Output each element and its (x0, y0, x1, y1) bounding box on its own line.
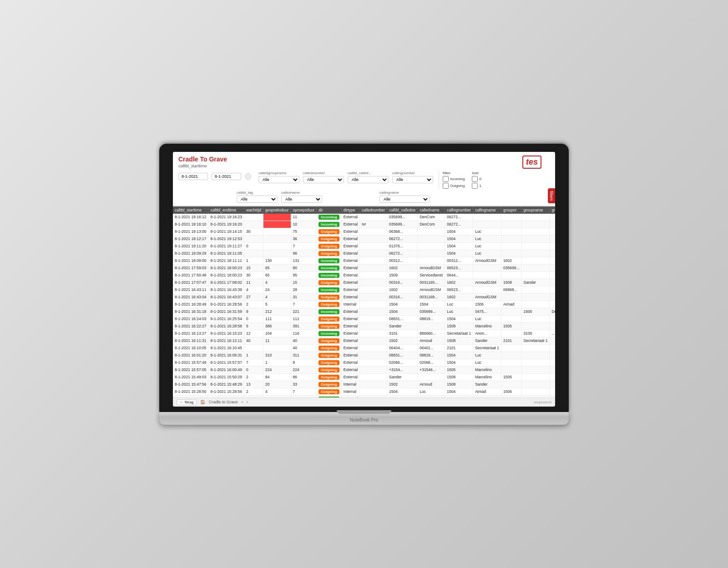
cell-dirtype: External (341, 330, 359, 337)
table-row[interactable]: 8-1-2021 16:31:18 8-1-2021 16:31:59 9 21… (173, 308, 555, 315)
table-container[interactable]: calltbl_starttime calltbl_endtime wachtt… (173, 206, 555, 397)
cell-groupnr (501, 330, 521, 337)
cell-callingname: Sander (473, 337, 501, 344)
outgoing-checkbox[interactable] (443, 183, 449, 189)
incoming-filter-label[interactable]: Incoming (443, 176, 465, 182)
cell-endtime: 8-1-2021 15:28:56 (208, 388, 244, 395)
dir-badge: Outgoing (318, 360, 339, 365)
cell-callingname: Luc (473, 235, 501, 242)
dir-badge: Outgoing (318, 389, 339, 394)
incoming-checkbox[interactable] (443, 176, 449, 182)
cell-starttime: 8-1-2021 15:28:50 (173, 388, 208, 395)
date-from-input[interactable] (178, 173, 208, 180)
table-row[interactable]: 8-1-2021 16:43:04 8-1-2021 16:43:07 27 4… (173, 293, 555, 301)
lost-0-checkbox[interactable] (472, 176, 478, 182)
cell-wacht (244, 214, 263, 221)
cell-wacht: 30 (244, 271, 263, 279)
cell-dirtype: External (341, 279, 359, 286)
col-callednum: callednumber (360, 206, 387, 214)
cell-callednum (360, 352, 387, 359)
app-container: Cradle To Grave calltbl_starttime tes (173, 152, 555, 407)
cell-endtime: 8-1-2021 16:28:56 (208, 301, 244, 308)
cell-starttime: 8-1-2021 15:49:03 (173, 373, 208, 381)
table-row[interactable]: 8-1-2021 15:47:56 8-1-2021 15:48:29 13 2… (173, 381, 555, 388)
col-callingnum: callingnumber (445, 206, 473, 214)
cell-calledname (418, 228, 445, 235)
cell-callingnum: 1504 (445, 250, 473, 257)
calltbl-called-select[interactable]: Alle (348, 176, 389, 183)
cell-groupnr (501, 366, 521, 373)
table-row[interactable]: 8-1-2021 19:12:17 8-1-2021 19:12:53 36 O… (173, 235, 555, 242)
cell-dir: Outgoing (317, 242, 342, 250)
laptop-wrapper: Cradle To Grave calltbl_starttime tes (159, 144, 569, 425)
dir-badge: Outgoing (318, 244, 339, 249)
table-row[interactable]: 8-1-2021 17:07:47 8-1-2021 17:08:02 11 4… (173, 279, 555, 286)
calledgroupname-select[interactable]: Alle (258, 176, 299, 183)
bottom-bar: ← Terug 🏠 Cradle to Grave ‹ › tespower/l… (173, 397, 555, 407)
cell-wacht: 0 (244, 242, 263, 250)
cell-gesprek: 4 (263, 293, 291, 301)
table-row[interactable]: 8-1-2021 16:28:49 8-1-2021 16:28:56 2 5 … (173, 301, 555, 308)
table-row[interactable]: 8-1-2021 16:24:03 8-1-2021 16:25:54 0 11… (173, 315, 555, 322)
table-row[interactable]: 8-1-2021 16:13:27 8-1-2021 16:15:23 12 1… (173, 330, 555, 337)
table-row[interactable]: 8-1-2021 17:50:48 8-1-2021 18:00:23 30 6… (173, 271, 555, 279)
cell-endtime: 8-1-2021 15:48:29 (208, 381, 244, 388)
outgoing-filter-label[interactable]: Outgoing (443, 183, 465, 189)
calltbl-tag-select[interactable]: Alle (237, 196, 278, 203)
table-row[interactable]: 8-1-2021 15:28:50 8-1-2021 15:28:56 2 4 … (173, 388, 555, 395)
cell-endtime: 8-1-2021 19:11:05 (208, 250, 244, 257)
table-row[interactable]: 8-1-2021 15:49:03 8-1-2021 15:50:29 2 84… (173, 373, 555, 381)
callingnumber-select[interactable]: Alle (392, 176, 433, 183)
cell-wacht: 2 (244, 373, 263, 381)
date-to-input[interactable] (212, 173, 241, 180)
table-row[interactable]: 8-1-2021 19:09:29 8-1-2021 19:11:05 96 O… (173, 250, 555, 257)
cell-callingnum: 1602 (445, 279, 473, 286)
cell-oproep: 7 (291, 242, 317, 250)
back-button[interactable]: ← Terug (177, 399, 197, 405)
table-row[interactable]: 8-1-2021 16:43:11 8-1-2021 16:43:39 4 24… (173, 286, 555, 293)
cell-grouptype (550, 315, 555, 322)
dir-badge: Outgoing (318, 280, 339, 285)
filter-calledumber: callednumber Alle (303, 171, 344, 183)
table-row[interactable]: 8-1-2021 16:11:31 8-1-2021 16:12:11 40 1… (173, 337, 555, 344)
table-row[interactable]: 8-1-2021 16:10:05 8-1-2021 16:10:45 40 O… (173, 344, 555, 352)
table-row[interactable]: 8-1-2021 15:57:49 8-1-2021 15:57:57 7 1 … (173, 359, 555, 366)
cell-calledne: 06272... (387, 250, 418, 257)
table-row[interactable]: 8-1-2021 19:11:20 8-1-2021 19:11:27 0 7 … (173, 242, 555, 250)
cell-dirtype: External (341, 293, 359, 301)
cell-dir: Outgoing (317, 228, 342, 235)
cell-groupname (521, 242, 550, 250)
date-toggle[interactable] (245, 173, 251, 180)
table-row[interactable]: 8-1-2021 15:57:05 8-1-2021 16:00:49 0 22… (173, 366, 555, 373)
table-row[interactable]: 8-1-2021 16:01:20 8-1-2021 16:06:31 1 31… (173, 352, 555, 359)
cell-calledname: +31546... (418, 366, 445, 373)
sidebar-tab[interactable]: filters (548, 188, 555, 204)
callingname-select[interactable]: Alle (379, 196, 430, 203)
cell-groupnr (501, 271, 521, 279)
calledname-select[interactable]: Alle (281, 196, 322, 203)
cell-groupnr: 1505 (501, 373, 521, 381)
cell-oproep: 10 (291, 221, 317, 228)
table-row[interactable]: 8-1-2021 19:16:10 8-1-2021 19:16:20 10 I… (173, 221, 555, 228)
cell-calledne: 00316... (387, 279, 418, 286)
cell-dirtype: External (341, 366, 359, 373)
lost-1-label[interactable]: 1 (472, 183, 481, 189)
cell-oproep: 40 (291, 337, 317, 344)
cell-wacht: 1 (244, 352, 263, 359)
cell-callingnum: 0644... (445, 271, 473, 279)
dir-badge: Outgoing (318, 353, 339, 358)
table-row[interactable]: 8-1-2021 18:09:00 8-1-2021 18:11:11 1 13… (173, 257, 555, 264)
table-row[interactable]: 8-1-2021 17:59:03 8-1-2021 18:00:23 15 6… (173, 264, 555, 271)
lost-0-label[interactable]: 0 (472, 176, 481, 182)
cell-groupname (521, 214, 550, 221)
lost-1-checkbox[interactable] (472, 183, 478, 189)
calledumber-select[interactable]: Alle (303, 176, 344, 183)
cell-grouptype (550, 279, 555, 286)
table-row[interactable]: 8-1-2021 16:22:27 8-1-2021 16:28:58 5 38… (173, 322, 555, 330)
table-row[interactable]: 8-1-2021 19:16:12 8-1-2021 19:16:23 11 I… (173, 214, 555, 221)
cell-calledname: 1504 (418, 301, 445, 308)
table-row[interactable]: 8-1-2021 19:13:00 8-1-2021 19:14:15 30 7… (173, 228, 555, 235)
cell-starttime: 8-1-2021 16:11:31 (173, 337, 208, 344)
cell-oproep: 11 (291, 214, 317, 221)
cell-callednum (360, 344, 387, 352)
